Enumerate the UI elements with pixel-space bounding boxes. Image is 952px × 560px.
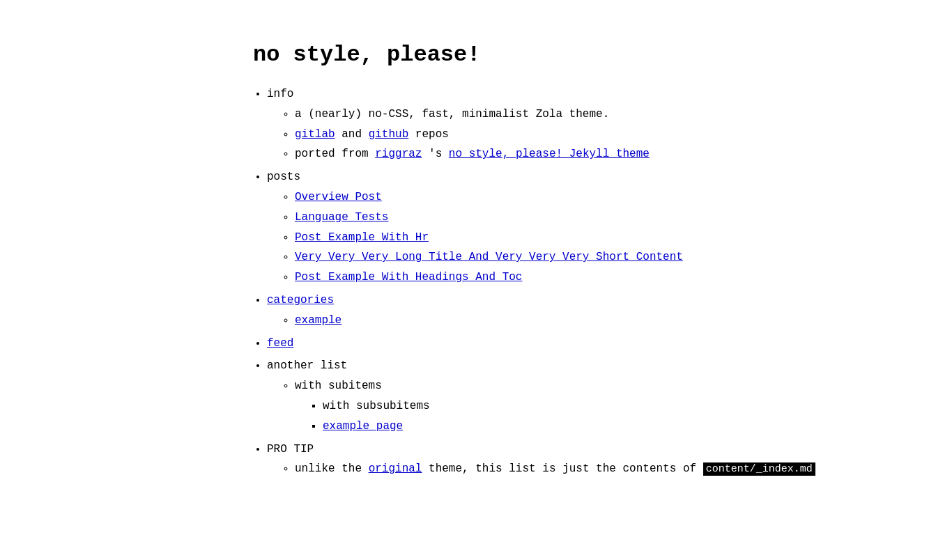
category-example: example: [295, 311, 952, 331]
post-example-hr: Post Example With Hr: [295, 228, 952, 248]
another-sublist: with subitems with subsubitems example p…: [267, 376, 952, 436]
another-list-label: another list: [267, 359, 347, 372]
feed-link[interactable]: feed: [267, 337, 293, 350]
list-item-another: another list with subitems with subsubit…: [267, 356, 952, 436]
posts-label: posts: [267, 171, 300, 183]
info-description: a (nearly) no-CSS, fast, minimalist Zola…: [295, 104, 952, 125]
github-link[interactable]: github: [369, 128, 409, 141]
subitems-label: with subitems: [295, 380, 382, 392]
post-language-tests: Language Tests: [295, 208, 952, 228]
language-tests-link[interactable]: Language Tests: [295, 211, 388, 224]
posts-sublist: Overview Post Language Tests Post Exampl…: [267, 187, 952, 288]
with-subitems: with subitems with subsubitems example p…: [295, 376, 952, 436]
list-item-info: info a (nearly) no-CSS, fast, minimalist…: [267, 84, 952, 164]
post-headings-toc-link[interactable]: Post Example With Headings And Toc: [295, 271, 522, 283]
subsubitems-label: with subsubitems: [323, 400, 430, 412]
example-page-link[interactable]: example page: [323, 420, 403, 433]
post-headings-toc: Post Example With Headings And Toc: [295, 267, 952, 288]
info-ported: ported from riggraz 's no style, please!…: [295, 144, 952, 164]
example-category-link[interactable]: example: [295, 314, 341, 327]
list-item-pro-tip: PRO TIP unlike the original theme, this …: [267, 440, 952, 480]
pro-tip-content: unlike the original theme, this list is …: [295, 459, 952, 479]
gitlab-link[interactable]: gitlab: [295, 128, 335, 141]
info-repos: gitlab and github repos: [295, 125, 952, 145]
list-item-feed: feed: [267, 334, 952, 354]
info-sublist: a (nearly) no-CSS, fast, minimalist Zola…: [267, 104, 952, 164]
categories-link[interactable]: categories: [267, 294, 334, 306]
pro-tip-label: PRO TIP: [267, 443, 314, 456]
pro-tip-text-1: unlike the: [295, 462, 369, 475]
list-item-categories: categories example: [267, 290, 952, 331]
list-item-posts: posts Overview Post Language Tests Post …: [267, 167, 952, 288]
categories-sublist: example: [267, 311, 952, 331]
subsubitems-list: with subsubitems example page: [295, 396, 952, 437]
post-example-hr-link[interactable]: Post Example With Hr: [295, 231, 429, 244]
riggraz-link[interactable]: riggraz: [375, 148, 422, 160]
main-list: info a (nearly) no-CSS, fast, minimalist…: [253, 84, 952, 479]
post-long-title: Very Very Very Long Title And Very Very …: [295, 247, 952, 267]
with-subsubitems: with subsubitems: [323, 396, 952, 417]
info-label: info: [267, 88, 293, 100]
post-long-title-link[interactable]: Very Very Very Long Title And Very Very …: [295, 251, 683, 263]
pro-tip-text-2: theme, this list is just the contents of: [429, 462, 703, 475]
original-link[interactable]: original: [369, 462, 422, 475]
content-index-code: content/_index.md: [703, 462, 815, 476]
page-title: no style, please!: [253, 42, 952, 68]
pro-tip-sublist: unlike the original theme, this list is …: [267, 459, 952, 479]
jekyll-theme-link[interactable]: no style, please! Jekyll theme: [449, 148, 650, 160]
example-page-item: example page: [323, 417, 952, 437]
overview-post-link[interactable]: Overview Post: [295, 191, 382, 203]
post-overview: Overview Post: [295, 187, 952, 208]
